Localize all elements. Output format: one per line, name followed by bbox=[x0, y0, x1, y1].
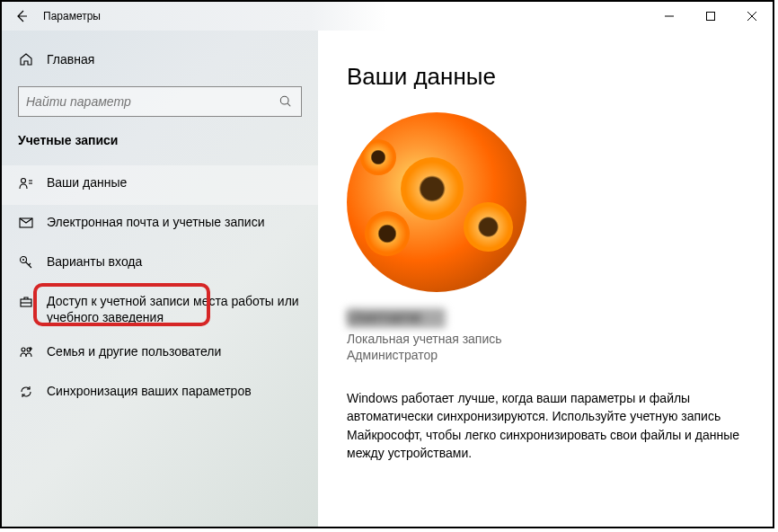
sidebar-item-sync[interactable]: Синхронизация ваших параметров bbox=[2, 374, 318, 413]
svg-point-4 bbox=[280, 96, 288, 104]
svg-point-6 bbox=[22, 179, 26, 183]
nav-list: Ваши данные Электронная почта и учетные … bbox=[2, 165, 318, 413]
account-role: Администратор bbox=[347, 348, 744, 362]
key-icon bbox=[18, 254, 34, 270]
sidebar-item-signin-options[interactable]: Варианты входа bbox=[2, 244, 318, 284]
sidebar-item-label: Электронная почта и учетные записи bbox=[47, 214, 264, 230]
section-title: Учетные записи bbox=[2, 133, 318, 156]
sidebar-item-your-info[interactable]: Ваши данные bbox=[2, 165, 318, 205]
svg-point-11 bbox=[22, 259, 24, 261]
home-icon bbox=[18, 51, 34, 67]
sidebar-item-email[interactable]: Электронная почта и учетные записи bbox=[2, 205, 318, 244]
close-button[interactable] bbox=[731, 2, 773, 31]
content-area: Главная Учетные записи Ваши данные bbox=[2, 31, 773, 527]
minimize-icon bbox=[665, 12, 674, 21]
svg-line-13 bbox=[29, 263, 31, 265]
maximize-button[interactable] bbox=[690, 2, 731, 31]
main-panel: Ваши данные Username Локальная учетная з… bbox=[318, 31, 773, 527]
sidebar-item-family[interactable]: Семья и другие пользователи bbox=[2, 334, 318, 374]
close-icon bbox=[747, 12, 756, 21]
sidebar-item-label: Варианты входа bbox=[47, 253, 142, 270]
back-button[interactable] bbox=[9, 4, 34, 29]
sidebar-item-label: Ваши данные bbox=[47, 174, 127, 191]
svg-rect-1 bbox=[707, 13, 715, 21]
user-icon bbox=[18, 175, 34, 191]
home-button[interactable]: Главная bbox=[2, 43, 318, 75]
sidebar-item-label: Доступ к учетной записи места работы или… bbox=[47, 293, 302, 325]
home-label: Главная bbox=[47, 52, 94, 66]
search-input[interactable] bbox=[26, 94, 278, 109]
page-title: Ваши данные bbox=[347, 63, 744, 91]
mail-icon bbox=[18, 215, 34, 231]
search-icon bbox=[278, 95, 294, 108]
minimize-button[interactable] bbox=[649, 2, 690, 31]
sidebar-item-label: Семья и другие пользователи bbox=[47, 343, 221, 359]
username: Username bbox=[347, 308, 446, 328]
sidebar: Главная Учетные записи Ваши данные bbox=[2, 31, 318, 527]
svg-point-16 bbox=[22, 348, 25, 351]
avatar bbox=[347, 112, 526, 292]
sidebar-item-label: Синхронизация ваших параметров bbox=[47, 383, 252, 399]
sidebar-item-work-access[interactable]: Доступ к учетной записи места работы или… bbox=[2, 284, 318, 334]
sync-info-text: Windows работает лучше, когда ваши парам… bbox=[347, 389, 744, 462]
family-icon bbox=[18, 344, 34, 360]
search-container bbox=[18, 86, 302, 117]
briefcase-icon bbox=[18, 294, 34, 310]
maximize-icon bbox=[706, 12, 715, 21]
window-title: Параметры bbox=[43, 10, 101, 22]
account-type: Локальная учетная запись bbox=[347, 332, 744, 346]
settings-window: Параметры Главная bbox=[0, 0, 774, 528]
back-arrow-icon bbox=[14, 9, 29, 23]
sync-icon bbox=[18, 384, 34, 400]
window-controls bbox=[649, 2, 773, 31]
search-box[interactable] bbox=[18, 86, 302, 117]
svg-line-5 bbox=[287, 103, 290, 106]
titlebar: Параметры bbox=[2, 2, 773, 31]
